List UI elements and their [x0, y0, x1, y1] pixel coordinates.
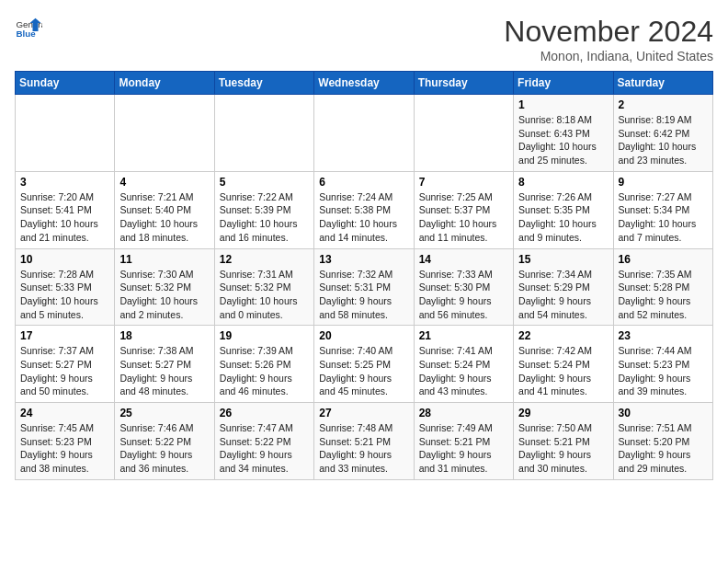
calendar-cell: 19Sunrise: 7:39 AM Sunset: 5:26 PM Dayli… — [214, 326, 313, 403]
calendar-week-row: 10Sunrise: 7:28 AM Sunset: 5:33 PM Dayli… — [16, 248, 713, 326]
calendar-cell: 29Sunrise: 7:50 AM Sunset: 5:21 PM Dayli… — [514, 403, 613, 480]
day-number: 22 — [518, 329, 608, 342]
calendar-cell — [115, 95, 214, 172]
day-info: Sunrise: 7:42 AM Sunset: 5:24 PM Dayligh… — [518, 344, 608, 398]
day-info: Sunrise: 7:33 AM Sunset: 5:30 PM Dayligh… — [419, 268, 508, 322]
day-number: 12 — [220, 253, 309, 266]
day-number: 27 — [319, 407, 408, 419]
day-number: 26 — [220, 407, 309, 419]
calendar-cell: 4Sunrise: 7:21 AM Sunset: 5:40 PM Daylig… — [115, 171, 214, 248]
calendar-cell: 9Sunrise: 7:27 AM Sunset: 5:34 PM Daylig… — [613, 171, 712, 248]
day-info: Sunrise: 7:31 AM Sunset: 5:32 PM Dayligh… — [220, 268, 309, 322]
day-info: Sunrise: 7:39 AM Sunset: 5:26 PM Dayligh… — [220, 344, 309, 398]
day-number: 8 — [518, 176, 608, 189]
day-number: 17 — [20, 329, 109, 342]
calendar-cell: 12Sunrise: 7:31 AM Sunset: 5:32 PM Dayli… — [214, 248, 313, 326]
calendar-header-row: SundayMondayTuesdayWednesdayThursdayFrid… — [16, 72, 713, 95]
calendar-cell: 17Sunrise: 7:37 AM Sunset: 5:27 PM Dayli… — [16, 326, 115, 403]
calendar-cell: 21Sunrise: 7:41 AM Sunset: 5:24 PM Dayli… — [414, 326, 513, 403]
calendar-day-header: Tuesday — [214, 72, 313, 95]
calendar-cell: 18Sunrise: 7:38 AM Sunset: 5:27 PM Dayli… — [115, 326, 214, 403]
day-info: Sunrise: 7:25 AM Sunset: 5:37 PM Dayligh… — [419, 190, 508, 245]
day-number: 6 — [319, 176, 408, 189]
day-number: 19 — [220, 329, 309, 342]
calendar-week-row: 1Sunrise: 8:18 AM Sunset: 6:43 PM Daylig… — [16, 95, 713, 172]
day-info: Sunrise: 7:20 AM Sunset: 5:41 PM Dayligh… — [20, 190, 109, 245]
day-number: 15 — [518, 253, 608, 266]
calendar-day-header: Monday — [115, 72, 214, 95]
day-info: Sunrise: 8:18 AM Sunset: 6:43 PM Dayligh… — [518, 113, 608, 167]
calendar-cell: 26Sunrise: 7:47 AM Sunset: 5:22 PM Dayli… — [214, 403, 313, 480]
calendar-cell: 24Sunrise: 7:45 AM Sunset: 5:23 PM Dayli… — [16, 403, 115, 480]
day-number: 23 — [619, 329, 708, 342]
day-info: Sunrise: 8:19 AM Sunset: 6:42 PM Dayligh… — [619, 113, 708, 167]
calendar-cell — [16, 95, 115, 172]
day-number: 20 — [319, 329, 408, 342]
day-info: Sunrise: 7:28 AM Sunset: 5:33 PM Dayligh… — [20, 268, 109, 322]
calendar-cell: 2Sunrise: 8:19 AM Sunset: 6:42 PM Daylig… — [613, 95, 712, 172]
day-info: Sunrise: 7:50 AM Sunset: 5:21 PM Dayligh… — [518, 421, 608, 476]
calendar-week-row: 24Sunrise: 7:45 AM Sunset: 5:23 PM Dayli… — [16, 403, 713, 480]
day-info: Sunrise: 7:38 AM Sunset: 5:27 PM Dayligh… — [119, 344, 209, 398]
title-block: November 2024 Monon, Indiana, United Sta… — [504, 15, 713, 63]
calendar-day-header: Thursday — [414, 72, 513, 95]
day-info: Sunrise: 7:34 AM Sunset: 5:29 PM Dayligh… — [518, 268, 608, 322]
day-number: 21 — [419, 329, 508, 342]
day-number: 10 — [20, 253, 109, 266]
calendar-cell: 10Sunrise: 7:28 AM Sunset: 5:33 PM Dayli… — [16, 248, 115, 326]
day-number: 29 — [518, 407, 608, 419]
day-info: Sunrise: 7:49 AM Sunset: 5:21 PM Dayligh… — [419, 421, 508, 476]
calendar-body: 1Sunrise: 8:18 AM Sunset: 6:43 PM Daylig… — [16, 95, 713, 480]
calendar-cell — [414, 95, 513, 172]
day-info: Sunrise: 7:47 AM Sunset: 5:22 PM Dayligh… — [220, 421, 309, 476]
calendar-day-header: Saturday — [613, 72, 712, 95]
calendar-cell: 20Sunrise: 7:40 AM Sunset: 5:25 PM Dayli… — [314, 326, 414, 403]
svg-text:General: General — [17, 19, 43, 29]
day-number: 25 — [119, 407, 209, 419]
calendar-cell: 5Sunrise: 7:22 AM Sunset: 5:39 PM Daylig… — [214, 171, 313, 248]
calendar-day-header: Wednesday — [314, 72, 414, 95]
calendar-cell: 7Sunrise: 7:25 AM Sunset: 5:37 PM Daylig… — [414, 171, 513, 248]
calendar-cell: 3Sunrise: 7:20 AM Sunset: 5:41 PM Daylig… — [16, 171, 115, 248]
day-info: Sunrise: 7:41 AM Sunset: 5:24 PM Dayligh… — [419, 344, 508, 398]
calendar-cell: 6Sunrise: 7:24 AM Sunset: 5:38 PM Daylig… — [314, 171, 414, 248]
day-number: 7 — [419, 176, 508, 189]
calendar-title: November 2024 — [504, 15, 713, 49]
day-info: Sunrise: 7:24 AM Sunset: 5:38 PM Dayligh… — [319, 190, 408, 245]
calendar-day-header: Friday — [514, 72, 613, 95]
logo: General Blue — [15, 15, 46, 42]
calendar-cell: 25Sunrise: 7:46 AM Sunset: 5:22 PM Dayli… — [115, 403, 214, 480]
day-number: 16 — [619, 253, 708, 266]
day-number: 11 — [119, 253, 209, 266]
day-info: Sunrise: 7:35 AM Sunset: 5:28 PM Dayligh… — [619, 268, 708, 322]
calendar-subtitle: Monon, Indiana, United States — [504, 49, 713, 63]
day-info: Sunrise: 7:45 AM Sunset: 5:23 PM Dayligh… — [20, 421, 109, 476]
calendar-cell: 27Sunrise: 7:48 AM Sunset: 5:21 PM Dayli… — [314, 403, 414, 480]
day-number: 4 — [119, 176, 209, 189]
day-number: 14 — [419, 253, 508, 266]
calendar-cell: 28Sunrise: 7:49 AM Sunset: 5:21 PM Dayli… — [414, 403, 513, 480]
day-info: Sunrise: 7:26 AM Sunset: 5:35 PM Dayligh… — [518, 190, 608, 245]
calendar-week-row: 17Sunrise: 7:37 AM Sunset: 5:27 PM Dayli… — [16, 326, 713, 403]
calendar-table: SundayMondayTuesdayWednesdayThursdayFrid… — [15, 71, 713, 480]
calendar-cell: 15Sunrise: 7:34 AM Sunset: 5:29 PM Dayli… — [514, 248, 613, 326]
page-header: General Blue November 2024 Monon, Indian… — [15, 15, 713, 63]
day-info: Sunrise: 7:44 AM Sunset: 5:23 PM Dayligh… — [619, 344, 708, 398]
calendar-cell: 16Sunrise: 7:35 AM Sunset: 5:28 PM Dayli… — [613, 248, 712, 326]
calendar-cell: 8Sunrise: 7:26 AM Sunset: 5:35 PM Daylig… — [514, 171, 613, 248]
day-info: Sunrise: 7:30 AM Sunset: 5:32 PM Dayligh… — [119, 268, 209, 322]
day-info: Sunrise: 7:46 AM Sunset: 5:22 PM Dayligh… — [119, 421, 209, 476]
calendar-cell: 11Sunrise: 7:30 AM Sunset: 5:32 PM Dayli… — [115, 248, 214, 326]
calendar-cell — [314, 95, 414, 172]
day-info: Sunrise: 7:51 AM Sunset: 5:20 PM Dayligh… — [619, 421, 708, 476]
day-number: 30 — [619, 407, 708, 419]
calendar-cell: 1Sunrise: 8:18 AM Sunset: 6:43 PM Daylig… — [514, 95, 613, 172]
day-number: 13 — [319, 253, 408, 266]
day-number: 3 — [20, 176, 109, 189]
calendar-cell: 22Sunrise: 7:42 AM Sunset: 5:24 PM Dayli… — [514, 326, 613, 403]
day-info: Sunrise: 7:32 AM Sunset: 5:31 PM Dayligh… — [319, 268, 408, 322]
day-info: Sunrise: 7:48 AM Sunset: 5:21 PM Dayligh… — [319, 421, 408, 476]
day-number: 1 — [518, 98, 608, 111]
day-info: Sunrise: 7:21 AM Sunset: 5:40 PM Dayligh… — [119, 190, 209, 245]
day-info: Sunrise: 7:22 AM Sunset: 5:39 PM Dayligh… — [220, 190, 309, 245]
